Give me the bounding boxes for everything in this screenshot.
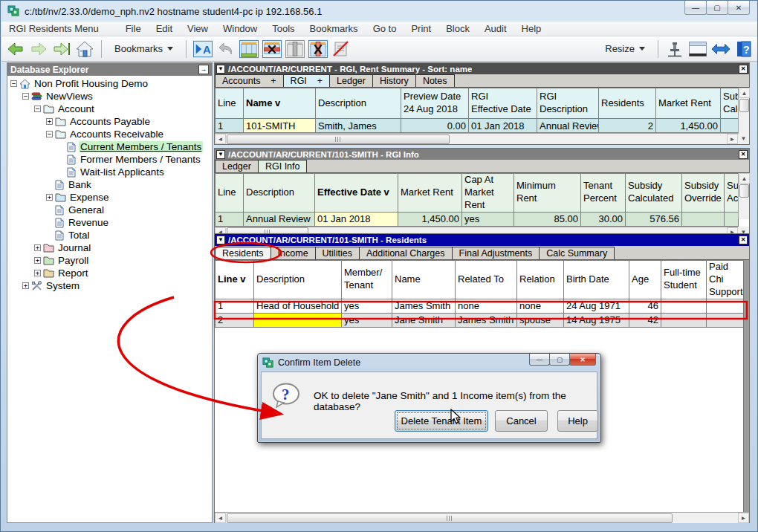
delete-row-icon[interactable] <box>262 39 282 59</box>
scroll-right-icon[interactable]: ► <box>738 513 749 523</box>
tree-item-general[interactable]: General <box>7 204 212 216</box>
menu-edit[interactable]: Edit <box>149 22 180 35</box>
close-button[interactable]: ✕ <box>728 1 750 15</box>
minimize-button[interactable]: — <box>529 354 550 366</box>
cell-line[interactable]: 1 <box>216 119 244 133</box>
tree-toggle[interactable]: + <box>34 257 41 264</box>
vertical-scrollbar[interactable]: ▲ <box>738 88 749 134</box>
cell-student[interactable] <box>661 299 707 313</box>
cell-description-editing[interactable] <box>254 313 342 327</box>
maximize-button[interactable]: ▢ <box>549 354 570 366</box>
tab-final-adjustments[interactable]: Final Adjustments <box>452 247 540 259</box>
menu-goto[interactable]: Go to <box>366 22 404 35</box>
cell-member[interactable]: yes <box>342 299 392 313</box>
tree-item-account[interactable]: − Account <box>7 103 212 115</box>
tree-item-bank[interactable]: Bank <box>7 178 212 191</box>
tree-item-total[interactable]: Total <box>7 229 212 241</box>
close-icon[interactable]: ✕ <box>739 150 748 159</box>
undo-icon[interactable] <box>216 39 236 59</box>
cancel-button[interactable]: Cancel <box>495 410 548 432</box>
cell-age[interactable]: 46 <box>629 299 661 313</box>
cell-effective-date[interactable]: 01 Jan 2018 <box>469 119 537 133</box>
tree-item-expense[interactable]: + Expense <box>7 191 212 204</box>
horizontal-scrollbar[interactable]: ◄ ► <box>215 512 749 523</box>
cell-name[interactable]: 101-SMITH <box>244 119 316 133</box>
cell-subsidy-override[interactable] <box>682 212 725 226</box>
tab-utilities[interactable]: Utilities <box>315 247 360 259</box>
cell-name[interactable]: Jane Smith <box>392 313 456 327</box>
cell-market-rent[interactable]: 1,450.00 <box>656 119 721 133</box>
window-menu-button[interactable]: ▼ <box>216 65 225 74</box>
tree-item-current-members[interactable]: Current Members / Tenants <box>7 140 212 153</box>
insert-row-icon[interactable] <box>239 39 259 59</box>
cell-subsidy-calculated[interactable]: 576.56 <box>626 212 682 226</box>
tab-calc-summary[interactable]: Calc Summary <box>539 247 615 259</box>
help-icon[interactable]: ? <box>734 39 754 59</box>
menu-rgi-residents[interactable]: RGI Residents Menu <box>1 22 118 35</box>
tab-additional-charges[interactable]: Additional Charges <box>359 247 453 259</box>
rgi-info-titlebar[interactable]: ▼ /ACCOUNT/AR/CURRENT/101-SMITH - RGI In… <box>215 149 749 160</box>
cell-residents[interactable]: 2 <box>599 119 656 133</box>
cell-description[interactable]: Smith, James <box>316 119 401 133</box>
forward-icon[interactable] <box>29 39 48 59</box>
tree-item-journal[interactable]: + Journal <box>7 241 212 254</box>
col-name[interactable]: Name v <box>244 88 316 119</box>
col-cap-at-market-rent[interactable]: Cap At Market Rent <box>462 174 514 213</box>
tree-toggle[interactable]: + <box>22 282 29 289</box>
menu-help[interactable]: Help <box>514 22 549 35</box>
tree-item-accounts-payable[interactable]: + Accounts Payable <box>7 115 212 128</box>
scrollbar-thumb[interactable] <box>739 184 749 198</box>
col-birth-date[interactable]: Birth Date <box>564 261 629 299</box>
help-button[interactable]: Help <box>557 410 598 432</box>
col-subsidy-calculated[interactable]: Subsidy Calculated <box>626 174 682 213</box>
cell-member[interactable]: yes <box>342 313 392 327</box>
cell-birth[interactable]: 24 Aug 1971 <box>564 299 629 313</box>
cell-minimum-rent[interactable]: 85.00 <box>514 212 581 226</box>
horizontal-scrollbar[interactable]: ◄ ► <box>215 133 738 144</box>
tree-item-former-members[interactable]: Former Members / Tenants <box>7 153 212 166</box>
menu-audit[interactable]: Audit <box>477 22 514 35</box>
cell-support[interactable] <box>707 313 744 327</box>
scrollbar-thumb[interactable] <box>739 99 749 112</box>
tree-item-waitlist[interactable]: Wait-list Applicants <box>7 166 212 178</box>
col-paid-child-support[interactable]: Paid Chi Support <box>707 261 744 299</box>
tree-item-nph-demo[interactable]: − Non Profit Housing Demo <box>7 77 212 90</box>
col-effective-date[interactable]: Effective Date v <box>315 174 398 213</box>
col-tenant-percent[interactable]: Tenant Percent <box>581 174 626 213</box>
tree-item-payroll[interactable]: + Payroll <box>7 254 212 267</box>
cell-age[interactable]: 42 <box>629 313 661 327</box>
col-related-to[interactable]: Related To <box>456 261 517 299</box>
col-residents[interactable]: Residents <box>599 88 656 119</box>
maximize-button[interactable]: ▢ <box>706 1 728 15</box>
col-rgi-description[interactable]: RGI Description <box>537 88 599 119</box>
col-description[interactable]: Description <box>244 174 315 213</box>
menu-window[interactable]: Window <box>216 22 265 35</box>
menu-file[interactable]: File <box>118 22 149 35</box>
col-description[interactable]: Description <box>254 261 342 299</box>
tab-history[interactable]: History <box>372 74 416 87</box>
back-icon[interactable] <box>6 39 25 59</box>
cell-line[interactable]: 1 <box>216 299 254 313</box>
tree-item-accounts-receivable[interactable]: − Accounts Receivable <box>7 128 212 140</box>
delete-tenant-item-button[interactable]: Delete Tenant Item <box>395 410 488 432</box>
tree-toggle[interactable]: − <box>46 131 53 137</box>
cell-su-ac[interactable] <box>725 212 739 226</box>
col-subsidy-calculated[interactable]: Subsidy Calculated <box>721 88 739 119</box>
tab-notes[interactable]: Notes <box>415 74 455 87</box>
goto-account-icon[interactable]: A <box>193 39 213 59</box>
col-market-rent[interactable]: Market Rent <box>398 174 462 213</box>
col-minimum-rent[interactable]: Minimum Rent <box>514 174 581 213</box>
col-relation[interactable]: Relation <box>517 261 564 299</box>
tab-rgi-info[interactable]: RGI Info <box>258 160 308 172</box>
scroll-left-icon[interactable]: ◄ <box>215 513 226 523</box>
tree-toggle[interactable]: + <box>34 270 41 276</box>
tree-toggle[interactable]: − <box>22 93 29 100</box>
forward-to-end-icon[interactable] <box>52 39 71 59</box>
edit-disabled-icon[interactable] <box>331 39 351 59</box>
cell-effective-date[interactable]: 01 Jan 2018 <box>315 212 398 226</box>
close-icon[interactable]: ✕ <box>739 65 748 74</box>
col-line[interactable]: Line <box>216 88 244 119</box>
menu-tools[interactable]: Tools <box>265 22 302 35</box>
cell-support[interactable] <box>707 299 744 313</box>
scroll-up-icon[interactable]: ▲ <box>739 173 750 184</box>
